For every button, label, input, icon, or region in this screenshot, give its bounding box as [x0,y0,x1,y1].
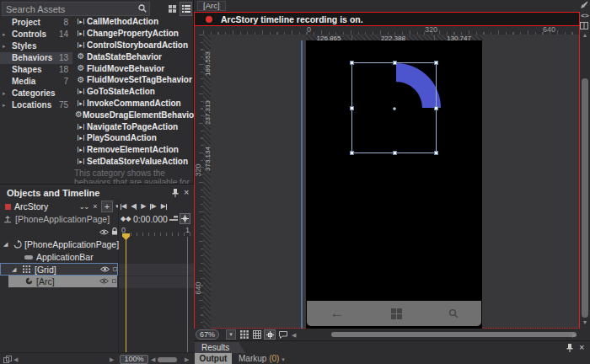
asset-category-locations[interactable]: ▸Locations75 [0,99,72,111]
close-icon[interactable]: × [184,187,189,197]
play-button[interactable]: ▶ [141,202,146,211]
asset-item-fluidmovebehavior[interactable]: ⚙FluidMoveBehavior [72,62,194,74]
scroll-right-icon[interactable]: ▶ [110,356,114,363]
keyframe-box-icon[interactable] [112,279,116,283]
snap-to-snaplines-icon[interactable] [264,329,276,340]
expander-icon[interactable]: ▸ [3,99,10,111]
horizontal-scrollbar-thumb[interactable] [331,332,577,337]
storyboard-root-item[interactable]: [PhoneApplicationPage] [3,214,110,224]
tree-item-applicationbar[interactable]: ApplicationBar [0,251,118,264]
breadcrumb[interactable]: [Arc] [197,1,226,11]
eye-icon[interactable] [99,229,109,235]
timeline-ruler[interactable]: 0 1 [119,226,194,237]
pin-icon[interactable] [172,189,179,197]
asset-item-fluidmovesettagbehavior[interactable]: ⚙FluidMoveSetTagBehavior [72,74,194,86]
artboard-zoom-level[interactable]: 67% [196,329,219,340]
chevron-down-icon[interactable]: ▾ [282,356,285,362]
list-view-button[interactable] [180,2,192,16]
asset-item-removeelementaction[interactable]: ▸RemoveElementAction [72,144,194,156]
tab-markup[interactable]: Markup (0) ▾ [233,353,290,364]
xaml-view-icon[interactable]: <> [580,12,590,19]
tree-item-arc[interactable]: [Arc] [0,276,118,288]
asset-category-styles[interactable]: ▸Styles [0,40,72,52]
scroll-up-icon[interactable]: ▲ [581,32,589,38]
asset-item-setdatastorevalueaction[interactable]: ▸SetDataStoreValueAction [72,156,194,168]
grid-edge-adorner[interactable] [301,40,303,329]
timeline-scrollbar-thumb[interactable] [158,357,177,362]
storyboard-mode-icon[interactable] [3,356,13,363]
design-view-icon[interactable] [580,1,590,9]
asset-item-navigatetopageaction[interactable]: ▸NavigateToPageAction [72,120,194,132]
resize-handle[interactable] [350,151,354,155]
resize-handle[interactable] [350,106,354,110]
timeline-zoom-level[interactable]: 100% [120,355,148,364]
design-surface[interactable]: ArcStory timeline recording is on. 0 320… [194,12,580,329]
delete-storyboard-icon[interactable]: × [90,201,100,212]
show-grid-icon[interactable] [239,329,250,340]
split-view-icon[interactable] [580,22,590,29]
asset-item-mousedragelementbehavior[interactable]: ⚙MouseDragElementBehavior [72,109,194,120]
asset-item-datastatebehavior[interactable]: ⚙DataStateBehavior [72,51,194,62]
resize-handle[interactable] [434,61,438,65]
vertical-scrollbar-thumb[interactable] [582,78,588,318]
eye-icon[interactable] [99,278,109,284]
zoom-dropdown-icon[interactable]: ▾ [226,329,236,340]
scroll-down-icon[interactable]: ▼ [581,319,589,325]
search-input[interactable] [2,2,150,16]
tree-item-phoneapplicationpage[interactable]: ◢ [PhoneApplicationPage] [0,238,118,251]
asset-item-callmethodaction[interactable]: ▸CallMethodAction [72,16,194,28]
resize-handle[interactable] [393,151,397,155]
snap-to-grid-icon[interactable] [251,329,263,340]
expander-icon[interactable]: ▸ [3,88,10,99]
close-storyboard-chevrons-icon[interactable]: ⌄⌄ [78,201,89,212]
pin-icon[interactable] [566,344,573,352]
scroll-left-icon[interactable]: ◀ [151,356,155,363]
grid-row-annotation-strip[interactable]: 189.553 237.313 373.134 [203,35,211,329]
new-storyboard-button[interactable]: + [101,201,113,212]
eye-icon[interactable] [100,266,110,272]
tree-item-grid[interactable]: ◢ [Grid] [0,263,118,276]
timeline-snap-toggle[interactable] [180,213,190,224]
resize-handle[interactable] [434,151,438,155]
selection-adorner[interactable] [351,62,437,153]
go-to-last-frame-button[interactable]: ▶ [161,202,167,211]
grid-view-button[interactable] [166,2,179,16]
asset-category-controls[interactable]: ▸Controls14 [0,29,72,40]
expanded-triangle-icon[interactable]: ◢ [3,241,8,248]
tab-results[interactable]: Results [195,342,245,353]
annotations-icon[interactable] [277,329,288,340]
asset-category-behaviors[interactable]: Behaviors13 [0,52,72,64]
expander-icon[interactable]: ▸ [3,29,10,40]
asset-item-changepropertyaction[interactable]: ▸ChangePropertyAction [72,28,194,40]
close-icon[interactable]: × [579,342,584,352]
asset-category-project[interactable]: Project8 [0,17,72,29]
tab-output[interactable]: Output [195,353,232,364]
scroll-right-icon[interactable]: ▶ [185,356,189,363]
previous-frame-button[interactable]: ◀ [131,202,137,211]
asset-item-gotostateaction[interactable]: ▸GoToStateAction [72,86,194,98]
scroll-left-icon[interactable]: ◀ [292,332,296,339]
asset-category-categories[interactable]: ▸Categories [0,88,72,99]
asset-category-shapes[interactable]: Shapes18 [0,64,72,76]
expander-icon[interactable]: ▸ [3,40,10,52]
next-frame-button[interactable]: ▶ [150,202,156,211]
resize-handle[interactable] [434,106,438,110]
center-anchor-point[interactable] [393,107,396,110]
asset-item-playsoundaction[interactable]: ▸PlaySoundAction [72,132,194,144]
asset-item-controlstoryboardaction[interactable]: ▸ControlStoryboardAction [72,40,194,51]
scroll-left-icon[interactable]: ◀ [13,356,18,363]
expanded-triangle-icon[interactable]: ◢ [12,266,16,273]
asset-category-media[interactable]: Media7 [0,76,72,88]
lock-icon[interactable] [111,228,118,235]
resize-handle[interactable] [350,61,354,65]
go-to-first-frame-button[interactable]: ◀ [121,202,126,211]
playhead-time[interactable]: 0:00.000 [133,214,168,224]
resize-handle[interactable] [393,61,397,65]
snapping-options-icon[interactable] [169,216,178,222]
scroll-right-icon[interactable]: ▶ [572,332,577,339]
storyboard-dropdown-icon[interactable]: ▾ [114,201,121,212]
record-keyframe-icon[interactable]: ◆◆ [121,215,131,222]
asset-item-invokecommandaction[interactable]: ▸InvokeCommandAction [72,98,194,110]
keyframe-box-icon[interactable] [113,267,117,271]
storyboard-name[interactable]: ArcStory [14,201,48,212]
